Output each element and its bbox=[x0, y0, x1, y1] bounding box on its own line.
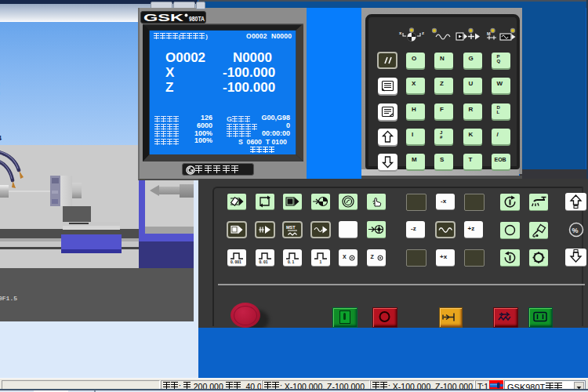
svg-text:%: % bbox=[572, 227, 579, 234]
svg-text:MST: MST bbox=[286, 224, 296, 229]
svg-text:x: x bbox=[399, 31, 402, 35]
svg-text:M: M bbox=[487, 31, 491, 36]
svg-text:980TA: 980TA bbox=[189, 15, 205, 23]
svg-text:GSK: GSK bbox=[143, 13, 183, 23]
svg-text:z: z bbox=[422, 31, 424, 35]
